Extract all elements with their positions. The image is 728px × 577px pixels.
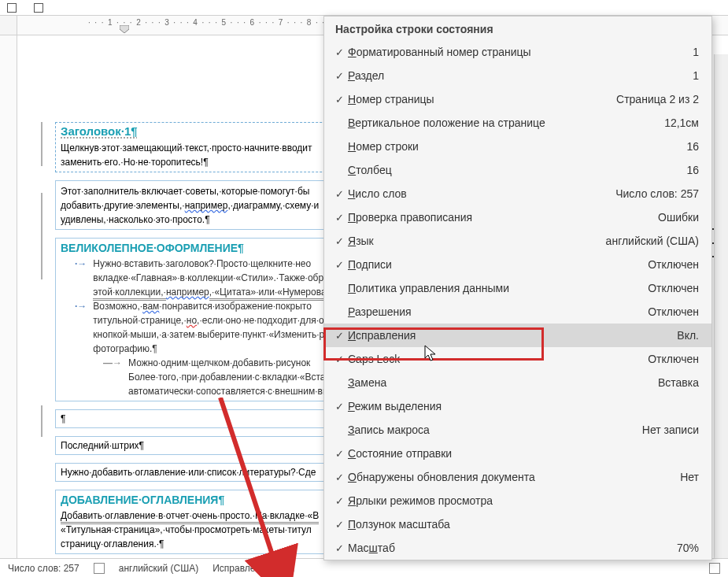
menu-item-label: Исправления [348,329,677,342]
menu-item-21[interactable]: ✓Масштаб70% [324,536,711,560]
menu-item-0[interactable]: ✓Форматированный номер страницы1 [324,40,711,64]
indent-marker-icon[interactable] [120,25,129,33]
body-text: удивлены,·насколько·это·просто.¶ [61,214,210,225]
body-text: ·понравится·изображение·покрыто [159,301,312,312]
menu-item-17[interactable]: ✓Состояние отправки [324,442,711,465]
status-view-icon[interactable] [709,563,720,574]
checkmark-icon: ✓ [331,401,348,412]
toolbar-icon-2[interactable] [31,2,46,13]
toolbar-strip [0,0,728,16]
checkmark-icon: ✓ [331,495,348,507]
flagged-word: например [166,287,209,298]
body-text: добавить·другие·элементы,· [61,200,185,211]
menu-item-label: Разрешения [348,305,648,318]
menu-item-12[interactable]: ✓ИсправленияВкл. [324,324,711,347]
checkmark-icon: ✓ [331,353,348,365]
menu-item-value: Ошибки [658,211,699,224]
menu-item-label: Обнаружены обновления документа [348,471,680,483]
menu-item-value: Страница 2 из 2 [616,93,699,105]
menu-item-1[interactable]: ✓Раздел1 [324,64,711,87]
checkmark-icon: ✓ [331,212,348,224]
menu-item-4[interactable]: Номер строки16 [324,135,711,158]
menu-item-label: Раздел [348,69,693,82]
menu-item-label: Столбец [348,164,686,176]
status-language[interactable]: английский (США) [119,563,198,574]
checkmark-icon: ✓ [331,259,348,271]
menu-item-value: Отключен [648,353,699,365]
checkmark-icon: ✓ [331,70,348,82]
menu-item-label: Подписи [348,258,648,271]
menu-item-7[interactable]: ✓Проверка правописанияОшибки [324,205,711,229]
vertical-scrollbar[interactable] [714,54,728,577]
flagged-word: но [187,315,197,326]
checkmark-icon: ✓ [331,46,348,58]
status-bar: Число слов: 257 английский (США) Исправл… [0,558,728,577]
body-text: ,·если·оно·не·подходит·для·отч [197,315,333,326]
menu-item-label: Политика управления данными [348,282,648,294]
body-text: Можно·одним·щелчком·добавить·рисунок [128,357,310,368]
menu-item-14[interactable]: ЗаменаВставка [324,371,711,394]
checkmark-icon: ✓ [331,94,348,105]
menu-item-2[interactable]: ✓Номер страницыСтраница 2 из 2 [324,87,711,111]
menu-item-label: Ярлыки режимов просмотра [348,494,699,507]
vertical-ruler[interactable] [0,35,17,559]
bullet-dash-icon: —→ [103,356,122,398]
bullet-arrow-icon: ·→ [75,299,87,356]
body-text: автоматически·сопоставляется·с·внешним·в… [128,386,353,397]
body-text: Последний·штрих¶ [61,440,144,451]
checkmark-icon: ✓ [331,472,348,483]
menu-item-value: Нет [680,471,699,483]
menu-item-label: Номер строки [348,140,686,153]
checkmark-icon: ✓ [331,330,348,342]
menu-item-value: Отключен [648,305,699,318]
menu-item-value: Нет записи [642,424,699,436]
menu-item-label: Замена [348,376,658,389]
body-text: кнопкой·мыши,·а·затем·выберите·пункт·«Из… [93,329,324,340]
body-text: вкладке·«Главная»·в·коллекции·«Стили».·Т… [93,272,333,283]
menu-item-16[interactable]: Запись макросаНет записи [324,418,711,442]
body-text: заменить·его.·Но·не·торопитесь!¶ [61,157,209,168]
menu-item-label: Ползунок масштаба [348,518,699,531]
menu-item-value: 12,1см [664,117,699,129]
menu-item-label: Масштаб [348,542,677,554]
menu-item-15[interactable]: ✓Режим выделения [324,394,711,418]
menu-item-18[interactable]: ✓Обнаружены обновления документаНет [324,465,711,489]
statusbar-customize-menu: Настройка строки состояния ✓Форматирован… [323,16,712,560]
status-spellcheck[interactable] [94,563,105,574]
menu-item-label: Запись макроса [348,424,642,436]
menu-item-6[interactable]: ✓Число словЧисло слов: 257 [324,182,711,205]
menu-item-5[interactable]: Столбец16 [324,158,711,182]
view-icon [709,563,720,574]
menu-item-8[interactable]: ✓Языканглийский (США) [324,229,711,253]
menu-item-value: 1 [693,69,699,82]
toolbar-icon-1[interactable] [5,2,19,13]
bullet-arrow-icon: ·→ [75,257,87,299]
menu-item-3[interactable]: Вертикальное положение на странице12,1см [324,111,711,135]
menu-item-13[interactable]: ✓Caps LockОтключен [324,347,711,371]
menu-item-label: Режим выделения [348,400,699,412]
menu-item-label: Язык [348,235,606,247]
checkmark-icon: ✓ [331,519,348,531]
body-text: титульной·странице,· [93,315,186,326]
pilcrow: ¶ [61,413,65,424]
ruler-corner [0,16,17,35]
status-track-changes[interactable]: Исправления: Вкл. [212,563,294,574]
menu-item-value: Вкл. [677,329,699,342]
menu-item-value: 1 [693,46,699,58]
svg-marker-0 [120,25,129,33]
menu-item-20[interactable]: ✓Ползунок масштаба [324,512,711,536]
menu-item-9[interactable]: ✓ПодписиОтключен [324,253,711,276]
menu-item-label: Число слов [348,187,615,200]
status-word-count[interactable]: Число слов: 257 [8,563,79,574]
checkmark-icon: ✓ [331,542,348,554]
menu-item-11[interactable]: РазрешенияОтключен [324,300,711,324]
checkmark-icon: ✓ [331,188,348,200]
menu-item-value: 70% [677,542,699,554]
menu-item-19[interactable]: ✓Ярлыки режимов просмотра [324,489,711,512]
body-text: Нужно·добавить·оглавление·или·список·лит… [61,467,316,478]
body-text: страницу·оглавления.·¶ [61,538,164,549]
flagged-word: вам [142,301,159,312]
spellcheck-icon [94,563,105,574]
menu-item-value: 16 [686,140,699,153]
menu-item-10[interactable]: Политика управления даннымиОтключен [324,276,711,300]
